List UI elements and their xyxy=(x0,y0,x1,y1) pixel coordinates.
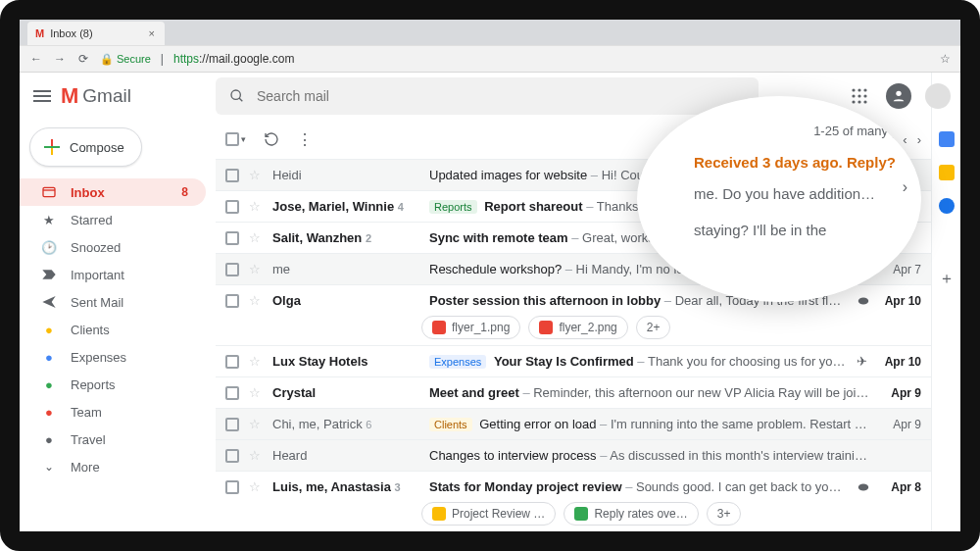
snoozed-icon: 🕑 xyxy=(41,240,57,255)
attachment-row: flyer_1.pngflyer_2.png2+ xyxy=(216,316,931,345)
svg-rect-12 xyxy=(43,187,55,196)
compose-button[interactable]: Compose xyxy=(29,127,142,167)
row-checkbox[interactable] xyxy=(225,169,239,182)
select-caret-icon[interactable]: ▾ xyxy=(241,134,246,144)
sidebar-item-important[interactable]: Important xyxy=(20,261,206,288)
search-icon xyxy=(229,88,245,104)
bookmark-star-icon[interactable]: ☆ xyxy=(940,52,951,66)
attachment-name: flyer_2.png xyxy=(559,321,616,334)
email-row[interactable]: ☆John, Richard, me 5Review RFP – Excelle… xyxy=(216,531,931,551)
search-input[interactable] xyxy=(257,88,745,104)
sidebar-item-starred[interactable]: ★Starred xyxy=(20,206,206,233)
more-icon: ⌄ xyxy=(41,460,57,474)
row-checkbox[interactable] xyxy=(225,541,239,552)
row-checkbox[interactable] xyxy=(225,200,239,214)
tasks-icon[interactable] xyxy=(939,198,955,214)
url-display[interactable]: https://mail.google.com xyxy=(173,52,294,66)
refresh-icon[interactable] xyxy=(264,131,279,147)
email-row[interactable]: ☆Chi, me, Patrick 6Clients Getting error… xyxy=(216,408,931,439)
account-icon[interactable] xyxy=(886,83,911,109)
star-icon[interactable]: ☆ xyxy=(249,417,263,431)
category-label: Clients xyxy=(429,418,472,431)
sender: Crystal xyxy=(272,385,419,400)
row-checkbox[interactable] xyxy=(225,294,239,308)
close-icon[interactable]: × xyxy=(149,27,155,39)
sidebar-item-clients[interactable]: ●Clients xyxy=(20,316,206,343)
calendar-icon[interactable] xyxy=(939,131,955,147)
sidebar-item-label: Snoozed xyxy=(71,240,121,255)
gmail-logo[interactable]: M Gmail xyxy=(61,83,131,109)
star-icon[interactable]: ☆ xyxy=(249,262,263,276)
star-icon[interactable]: ☆ xyxy=(249,448,263,463)
file-icon xyxy=(432,507,446,521)
menu-icon[interactable] xyxy=(33,90,51,102)
star-icon[interactable]: ☆ xyxy=(249,479,263,494)
sidebar-item-more[interactable]: ⌄More xyxy=(20,453,206,480)
star-icon[interactable]: ☆ xyxy=(249,540,263,551)
svg-point-4 xyxy=(863,88,866,91)
secure-badge: 🔒 Secure xyxy=(100,53,151,66)
sidebar-item-reports[interactable]: ●Reports xyxy=(20,371,206,398)
svg-point-6 xyxy=(858,94,860,97)
row-checkbox[interactable] xyxy=(225,231,239,245)
compose-label: Compose xyxy=(70,140,124,155)
attachment-more[interactable]: 3+ xyxy=(707,502,742,526)
apps-grid-icon[interactable] xyxy=(847,83,872,109)
attachment-chip[interactable]: Reply rates ove… xyxy=(564,502,698,526)
lock-icon: 🔒 xyxy=(100,53,114,66)
star-icon[interactable]: ☆ xyxy=(249,168,263,182)
row-checkbox[interactable] xyxy=(225,263,239,276)
nudge-cta[interactable]: Received 3 days ago. Reply? xyxy=(694,144,900,176)
sender: Jose, Mariel, Winnie 4 xyxy=(272,199,419,214)
sender: Salit, Wanzhen 2 xyxy=(272,230,419,245)
row-checkbox[interactable] xyxy=(225,480,239,494)
attachment-row: Project Review …Reply rates ove…3+ xyxy=(216,502,931,531)
add-addon-icon[interactable]: ＋ xyxy=(939,269,955,289)
select-all-checkbox[interactable] xyxy=(225,132,239,146)
sidebar-item-snoozed[interactable]: 🕑Snoozed xyxy=(20,233,206,261)
chevron-right-icon[interactable]: › xyxy=(903,178,907,196)
email-date: Apr 9 xyxy=(880,386,921,400)
prev-page-icon[interactable]: ‹ xyxy=(903,132,906,147)
browser-tab[interactable]: M Inbox (8) × xyxy=(27,22,165,45)
sidebar-item-sent[interactable]: Sent Mail xyxy=(20,288,206,316)
clients-icon: ● xyxy=(41,323,57,337)
star-icon[interactable]: ☆ xyxy=(249,385,263,400)
sidebar-item-travel[interactable]: ●Travel xyxy=(20,426,206,453)
avatar[interactable] xyxy=(925,83,951,109)
sidebar-item-inbox[interactable]: Inbox8 xyxy=(20,178,206,206)
nudge-line: me. Do you have addition… xyxy=(694,176,900,213)
back-icon[interactable]: ← xyxy=(29,52,43,66)
email-row[interactable]: ☆Luis, me, Anastasia 3Stats for Monday p… xyxy=(216,471,931,502)
forward-icon[interactable]: → xyxy=(53,52,67,66)
row-checkbox[interactable] xyxy=(225,418,239,431)
star-icon[interactable]: ☆ xyxy=(249,199,263,214)
attachment-more[interactable]: 2+ xyxy=(636,316,671,339)
reload-icon[interactable]: ⟳ xyxy=(76,52,90,66)
star-icon[interactable]: ☆ xyxy=(249,230,263,245)
sidebar-item-team[interactable]: ●Team xyxy=(20,398,206,426)
attachment-chip[interactable]: flyer_2.png xyxy=(528,316,627,339)
sender: Chi, me, Patrick 6 xyxy=(272,417,419,431)
row-checkbox[interactable] xyxy=(225,355,239,369)
star-icon[interactable]: ☆ xyxy=(249,293,263,308)
email-row[interactable]: ☆CrystalMeet and greet – Reminder, this … xyxy=(216,376,931,408)
email-row[interactable]: ☆HeardChanges to interview process – As … xyxy=(216,439,931,471)
row-checkbox[interactable] xyxy=(225,449,239,463)
more-icon[interactable]: ⋮ xyxy=(297,130,313,149)
star-icon[interactable]: ☆ xyxy=(249,354,263,369)
sidebar-item-label: Starred xyxy=(71,213,113,227)
attachment-chip[interactable]: flyer_1.png xyxy=(421,316,520,339)
svg-point-2 xyxy=(852,88,855,91)
row-checkbox[interactable] xyxy=(225,386,239,400)
svg-point-14 xyxy=(858,483,869,490)
search-bar[interactable] xyxy=(216,77,759,115)
next-page-icon[interactable]: › xyxy=(917,132,921,147)
attachment-chip[interactable]: Project Review … xyxy=(421,502,556,526)
expenses-icon: ● xyxy=(41,350,57,365)
keep-icon[interactable] xyxy=(939,165,955,180)
email-row[interactable]: ☆Lux Stay HotelsExpenses Your Stay Is Co… xyxy=(216,345,931,376)
sidebar-item-label: Expenses xyxy=(71,350,126,365)
email-body-preview: Review RFP – Excellent. Looking forward … xyxy=(429,540,847,551)
sidebar-item-expenses[interactable]: ●Expenses xyxy=(20,343,206,371)
